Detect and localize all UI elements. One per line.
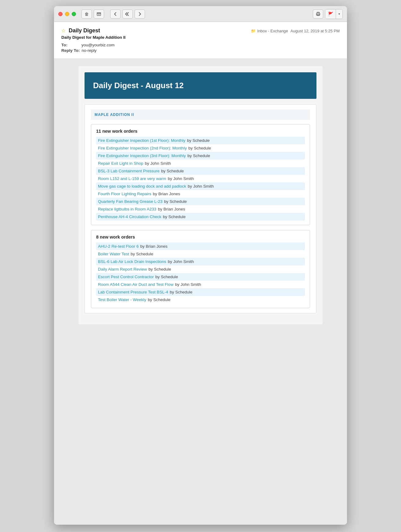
work-order-by: by John Smith: [168, 259, 194, 264]
table-row: Fire Extinguisher Inspection (3rd Floor)…: [96, 152, 305, 160]
work-order-by: by Schedule: [149, 267, 171, 271]
work-order-link[interactable]: Quarterly Fan Bearing Grease L-23: [98, 199, 163, 204]
work-order-link[interactable]: Repair Exit Light in Shop: [98, 161, 143, 166]
work-order-link[interactable]: AHU-2 Re-test Floor 6: [98, 244, 139, 249]
email-meta-right: 📁 Inbox - Exchange August 12, 2019 at 5:…: [251, 29, 340, 33]
work-order-link[interactable]: Boiler Water Test: [98, 252, 129, 256]
work-order-by: by Schedule: [155, 275, 178, 279]
work-order-by: by Schedule: [170, 290, 192, 294]
work-order-link[interactable]: Test Boiler Water - Weekly: [98, 297, 146, 302]
table-row: Daily Alarm Report Review by Schedule: [96, 265, 305, 273]
work-order-group-1: 11 new work orders Fire Extinguisher Ins…: [91, 124, 310, 225]
work-order-by: by Schedule: [131, 252, 153, 256]
email-subject: Daily Digest: [69, 27, 100, 34]
work-order-by: by John Smith: [168, 176, 194, 181]
email-details: To: you@yourbiz.com Reply To: no-reply: [61, 43, 340, 53]
main-window: 🗑: [54, 6, 347, 525]
replyto-label: Reply To:: [61, 48, 80, 53]
back-all-button[interactable]: [122, 9, 133, 19]
inbox-label: Inbox - Exchange: [257, 29, 288, 33]
table-row: Boiler Water Test by Schedule: [96, 250, 305, 258]
work-order-by: by Brian Jones: [153, 192, 180, 196]
section-card: MAPLE ADDITION II 11 new work orders Fir…: [85, 104, 316, 313]
work-order-by: by Schedule: [163, 214, 186, 219]
section-label: MAPLE ADDITION II: [91, 110, 310, 120]
table-row: Move gas cage to loading dock and add pa…: [96, 182, 305, 190]
work-order-list-2: AHU-2 Re-test Floor 6 by Brian JonesBoil…: [96, 243, 305, 304]
table-row: Quarterly Fan Bearing Grease L-23 by Sch…: [96, 198, 305, 205]
work-order-by: by John Smith: [145, 161, 171, 166]
email-content: Daily Digest - August 12 MAPLE ADDITION …: [78, 66, 323, 324]
close-button[interactable]: [58, 12, 63, 16]
toolbar-right: 🚩 ▾: [313, 9, 343, 19]
work-orders-title-1: 11 new work orders: [96, 129, 305, 134]
svg-rect-3: [317, 14, 319, 16]
work-order-link[interactable]: Escort Pest Control Contractor: [98, 275, 154, 279]
table-row: Fire Extinguisher Inspection (1st Floor)…: [96, 137, 305, 144]
work-order-link[interactable]: Lab Containment Pressure Test BSL-4: [98, 290, 168, 294]
delete-button[interactable]: 🗑: [81, 9, 92, 19]
titlebar: 🗑: [54, 6, 347, 22]
email-sub-subject: Daily Digest for Maple Addition II: [61, 35, 340, 40]
table-row: Lab Containment Pressure Test BSL-4 by S…: [96, 288, 305, 296]
work-order-link[interactable]: Fourth Floor Lighting Repairs: [98, 192, 151, 196]
work-order-by: by Schedule: [188, 146, 211, 150]
work-orders-title-2: 8 new work orders: [96, 235, 305, 239]
traffic-lights: [58, 12, 76, 16]
email-header: ☆ Daily Digest 📁 Inbox - Exchange August…: [54, 22, 347, 59]
to-label: To:: [61, 43, 80, 47]
email-date: August 12, 2019 at 5:25 PM: [291, 29, 340, 33]
work-order-link[interactable]: Move gas cage to loading dock and add pa…: [98, 184, 186, 189]
table-row: BSL-6 Lab Air Lock Drain Inspections by …: [96, 258, 305, 265]
flag-dropdown-button[interactable]: ▾: [336, 9, 342, 19]
work-order-link[interactable]: Fire Extinguisher Inspection (2nd Floor)…: [98, 146, 187, 150]
work-order-by: by John Smith: [188, 184, 214, 189]
flag-button[interactable]: 🚩: [325, 9, 336, 19]
flag-group: 🚩 ▾: [325, 9, 343, 19]
table-row: Replace ligtbulbs in Room A233 by Brian …: [96, 205, 305, 213]
work-order-link[interactable]: BSL-6 Lab Air Lock Drain Inspections: [98, 259, 166, 264]
work-order-by: by Schedule: [187, 138, 210, 143]
work-order-group-2: 8 new work orders AHU-2 Re-test Floor 6 …: [91, 230, 310, 308]
to-value: you@yourbiz.com: [81, 43, 114, 47]
archive-button[interactable]: [94, 9, 104, 19]
table-row: Penthouse AH-4 Circulation Check by Sche…: [96, 213, 305, 221]
work-order-by: by Schedule: [187, 153, 210, 158]
table-row: Room L152 and L-159 are very warm by Joh…: [96, 175, 305, 182]
back-button[interactable]: [110, 9, 121, 19]
digest-title: Daily Digest - August 12: [93, 81, 308, 90]
table-row: Fire Extinguisher Inspection (2nd Floor)…: [96, 144, 305, 152]
table-row: Test Boiler Water - Weekly by Schedule: [96, 296, 305, 304]
work-order-link[interactable]: Daily Alarm Report Review: [98, 267, 147, 271]
email-body: Daily Digest - August 12 MAPLE ADDITION …: [54, 59, 347, 525]
work-order-link[interactable]: Fire Extinguisher Inspection (3rd Floor)…: [98, 153, 186, 158]
table-row: Fourth Floor Lighting Repairs by Brian J…: [96, 190, 305, 198]
table-row: AHU-2 Re-test Floor 6 by Brian Jones: [96, 243, 305, 250]
star-icon[interactable]: ☆: [61, 28, 66, 34]
work-order-link[interactable]: Fire Extinguisher Inspection (1st Floor)…: [98, 138, 186, 143]
folder-icon: 📁: [251, 29, 256, 33]
work-order-by: by Schedule: [148, 297, 170, 302]
work-order-link[interactable]: Penthouse AH-4 Circulation Check: [98, 214, 161, 219]
work-order-link[interactable]: Room L152 and L-159 are very warm: [98, 176, 166, 181]
print-button[interactable]: [313, 9, 323, 19]
work-order-by: by John Smith: [175, 282, 201, 287]
replyto-value: no-reply: [82, 48, 97, 53]
forward-button[interactable]: [135, 9, 145, 19]
table-row: BSL-3 Lab Containment Pressure by Schedu…: [96, 167, 305, 175]
work-order-link[interactable]: BSL-3 Lab Containment Pressure: [98, 169, 160, 173]
minimize-button[interactable]: [65, 12, 69, 16]
table-row: Room A544 Clean Air Duct and Test Flow b…: [96, 281, 305, 288]
work-order-by: by Schedule: [161, 169, 184, 173]
work-order-list-1: Fire Extinguisher Inspection (1st Floor)…: [96, 137, 305, 221]
table-row: Escort Pest Control Contractor by Schedu…: [96, 273, 305, 281]
maximize-button[interactable]: [72, 12, 76, 16]
work-order-link[interactable]: Replace ligtbulbs in Room A233: [98, 207, 156, 211]
toolbar-left: 🗑: [81, 9, 145, 19]
digest-banner: Daily Digest - August 12: [85, 72, 316, 99]
work-order-link[interactable]: Room A544 Clean Air Duct and Test Flow: [98, 282, 173, 287]
work-order-by: by Brian Jones: [158, 207, 185, 211]
work-order-by: by Brian Jones: [140, 244, 168, 249]
table-row: Repair Exit Light in Shop by John Smith: [96, 160, 305, 167]
work-order-by: by Schedule: [164, 199, 187, 204]
